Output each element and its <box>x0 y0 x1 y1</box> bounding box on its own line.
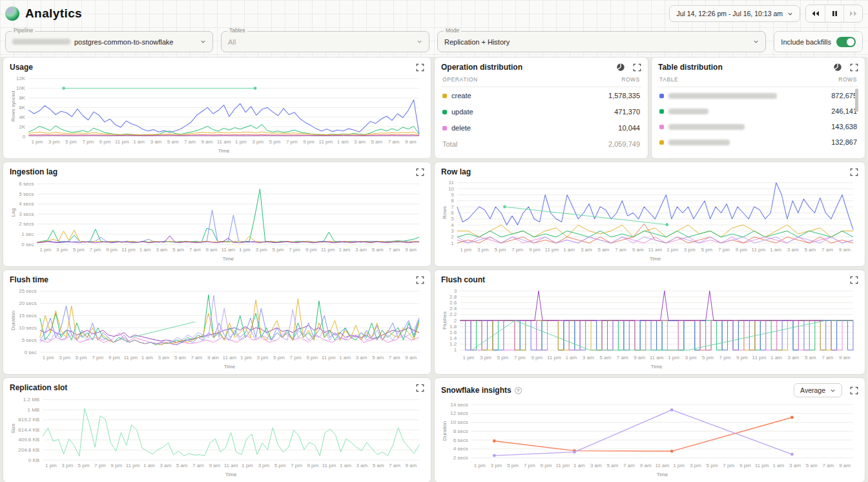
fast-forward-button[interactable] <box>843 5 862 22</box>
aggregate-select[interactable]: Average <box>794 383 842 397</box>
svg-text:Lag: Lag <box>10 208 16 216</box>
svg-text:2.4: 2.4 <box>450 306 457 311</box>
svg-text:Rows synced: Rows synced <box>10 91 16 122</box>
svg-text:1.2: 1.2 <box>450 341 457 347</box>
svg-text:9 am: 9 am <box>839 463 851 468</box>
svg-text:5 pm: 5 pm <box>76 355 87 361</box>
svg-text:1 pm: 1 pm <box>240 355 252 361</box>
expand-icon[interactable] <box>633 63 641 72</box>
svg-text:5 am: 5 am <box>806 463 818 468</box>
svg-text:1 pm: 1 pm <box>673 463 685 468</box>
svg-text:9 pm: 9 pm <box>736 355 748 361</box>
svg-text:1 am: 1 am <box>133 139 145 145</box>
svg-text:1 MB: 1 MB <box>28 407 40 413</box>
total-label: Total <box>442 140 457 148</box>
svg-text:7 pm: 7 pm <box>82 139 94 145</box>
table-swatch-icon <box>659 125 664 129</box>
svg-text:Time: Time <box>222 256 234 262</box>
rewind-button[interactable] <box>806 5 825 22</box>
table-rows-value: 246,141 <box>831 107 857 115</box>
pie-chart-icon[interactable] <box>833 63 842 72</box>
include-backfills-label: Include backfills <box>781 38 831 46</box>
pause-button[interactable] <box>825 5 843 22</box>
svg-text:1: 1 <box>451 240 454 246</box>
expand-icon[interactable] <box>416 168 424 176</box>
svg-text:7 pm: 7 pm <box>514 355 526 361</box>
svg-text:5 pm: 5 pm <box>707 463 718 468</box>
expand-icon[interactable] <box>416 63 424 72</box>
svg-text:1 am: 1 am <box>340 463 351 468</box>
svg-text:9 am: 9 am <box>405 355 417 361</box>
date-range-picker[interactable]: Jul 14, 12:26 pm - Jul 16, 10:13 am <box>669 5 800 22</box>
svg-text:7 pm: 7 pm <box>291 463 302 468</box>
svg-text:11 pm: 11 pm <box>126 463 140 468</box>
svg-text:4 secs: 4 secs <box>453 446 468 452</box>
svg-text:5 pm: 5 pm <box>495 247 506 253</box>
pipeline-select[interactable]: Pipeline postgres-common-to-snowflake <box>5 31 213 52</box>
svg-text:5: 5 <box>451 216 454 222</box>
aggregate-value: Average <box>800 386 825 394</box>
svg-text:5 secs: 5 secs <box>19 191 34 197</box>
svg-text:7: 7 <box>451 204 454 210</box>
svg-text:1 am: 1 am <box>143 463 155 468</box>
svg-text:7 am: 7 am <box>389 247 400 253</box>
column-header: ROWS <box>838 76 857 83</box>
table-rows-value: 143,638 <box>831 123 857 131</box>
expand-icon[interactable] <box>850 63 858 72</box>
table-distribution-card: Table distribution TABLE ROWS <box>651 57 865 159</box>
expand-icon[interactable] <box>850 168 858 176</box>
svg-text:9 pm: 9 pm <box>306 355 318 361</box>
expand-icon[interactable] <box>850 276 858 284</box>
usage-title: Usage <box>10 63 33 72</box>
svg-text:10: 10 <box>448 186 454 192</box>
row-lag-chart: 12345678910111 pm3 pm5 pm7 pm9 pm11 pm1 … <box>441 176 858 262</box>
flush-count-chart: 11.21.41.61.822.22.42.62.831 pm3 pm5 pm7… <box>441 284 858 370</box>
table-row: create 1,578,335 <box>441 87 641 103</box>
expand-icon[interactable] <box>416 384 424 392</box>
include-backfills-toggle[interactable]: Include backfills <box>774 31 863 52</box>
expand-icon[interactable] <box>850 386 858 395</box>
chevron-down-icon <box>417 39 422 45</box>
svg-text:3 secs: 3 secs <box>19 211 34 217</box>
column-header: OPERATION <box>442 76 478 83</box>
svg-text:5 am: 5 am <box>599 355 611 361</box>
svg-text:9 am: 9 am <box>209 463 220 468</box>
svg-text:12K: 12K <box>16 76 26 81</box>
svg-text:3 pm: 3 pm <box>61 463 73 468</box>
svg-text:9 am: 9 am <box>207 355 219 361</box>
table-row: delete 10,044 <box>441 120 641 136</box>
mode-select[interactable]: Mode Replication + History <box>437 31 766 52</box>
scrollbar-thumb[interactable] <box>855 89 858 112</box>
svg-text:1.4: 1.4 <box>450 335 457 341</box>
svg-text:1 pm: 1 pm <box>39 247 51 253</box>
svg-text:819.2 KB: 819.2 KB <box>18 417 39 423</box>
chevron-down-icon <box>200 39 206 45</box>
help-icon[interactable]: ? <box>515 387 522 394</box>
svg-text:3 pm: 3 pm <box>257 355 269 361</box>
svg-text:1 pm: 1 pm <box>43 355 54 361</box>
table-swatch-icon <box>659 94 664 98</box>
svg-text:1.8: 1.8 <box>450 324 457 330</box>
app-logo-icon <box>5 6 19 21</box>
svg-text:1 am: 1 am <box>563 247 575 253</box>
svg-text:3 pm: 3 pm <box>684 247 696 253</box>
svg-text:7 am: 7 am <box>191 355 202 361</box>
svg-text:5 am: 5 am <box>372 355 384 361</box>
svg-text:1 am: 1 am <box>339 355 351 361</box>
svg-text:7 am: 7 am <box>823 463 834 468</box>
svg-text:25 secs: 25 secs <box>19 288 37 294</box>
svg-text:1 pm: 1 pm <box>668 355 679 361</box>
svg-text:0 sec: 0 sec <box>25 350 37 355</box>
flush-time-title: Flush time <box>10 275 48 284</box>
svg-text:9 pm: 9 pm <box>541 463 552 468</box>
svg-text:7 am: 7 am <box>388 139 400 145</box>
svg-text:9 am: 9 am <box>201 139 212 145</box>
tables-select[interactable]: Tables All <box>221 31 429 52</box>
svg-text:1.2 MB: 1.2 MB <box>23 397 39 403</box>
svg-text:20 secs: 20 secs <box>19 300 37 306</box>
pie-chart-icon[interactable] <box>616 63 625 72</box>
svg-text:5 am: 5 am <box>606 463 618 468</box>
svg-text:11 am: 11 am <box>217 139 231 145</box>
svg-text:2 secs: 2 secs <box>19 221 34 227</box>
expand-icon[interactable] <box>416 276 424 284</box>
